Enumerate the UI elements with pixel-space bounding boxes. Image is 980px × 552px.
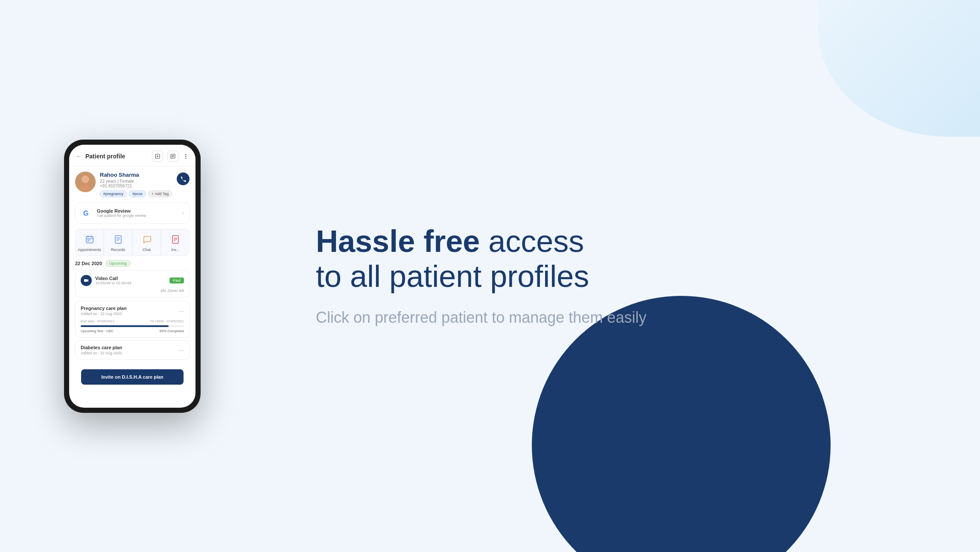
review-title: Google Review [97, 208, 146, 213]
patient-age-gender: 22 years | Female [100, 179, 190, 184]
svg-rect-18 [115, 236, 121, 243]
upcoming-badge: Upcoming [105, 260, 131, 267]
pregnancy-care-plan-title: Pregnancy care plan [81, 306, 127, 311]
diabetes-care-plan-header: Diabetes care plan Added on : 22 Aug 202… [81, 345, 184, 355]
phone-mockup: ← Patient profile [64, 140, 201, 413]
headline-bold: Hassle free [316, 224, 480, 258]
headline: Hassle free accessto all patient profile… [316, 224, 646, 295]
subtext: Click on preferred patient to manage the… [316, 307, 646, 328]
more-options-icon[interactable]: ⋮ [183, 153, 189, 160]
diabetes-care-plan-title: Diabetes care plan [81, 345, 122, 350]
review-arrow-icon: › [182, 210, 184, 216]
pregnancy-care-more-icon[interactable]: ··· [179, 307, 184, 314]
tab-row: Appointments Records [75, 229, 190, 256]
care-plan-progress-fill [81, 325, 169, 327]
review-subtitle: Ask patient for google review [97, 213, 146, 218]
records-label: Records [111, 248, 125, 252]
left-section: ← Patient profile [0, 0, 265, 552]
patient-avatar [75, 172, 96, 192]
care-plan-test-row: Upcoming Test - CBC 85% Completed [81, 329, 184, 333]
t3-edd-label: T3 I EDD - 07/05/2021 [150, 319, 184, 323]
payment-status-badge: Paid [169, 277, 184, 283]
tab-records[interactable]: Records [104, 229, 132, 256]
google-logo-icon: G [81, 207, 93, 219]
phone-header: ← Patient profile [69, 145, 195, 166]
care-plan-progress-bar [81, 325, 184, 327]
appointments-label: Appointments [78, 248, 101, 252]
appointment-date-row: 22 Dec 2020 Upcoming [75, 260, 190, 267]
upcoming-test-label: Upcoming Test - CBC [81, 329, 114, 333]
appointment-card[interactable]: Video Call 10:00AM to 10:30AM Paid 6hr 2… [75, 270, 190, 298]
text-content: Hassle free accessto all patient profile… [316, 224, 646, 329]
phone-header-left: ← Patient profile [76, 153, 125, 160]
google-review-section[interactable]: G Google Review Ask patient for google r… [75, 202, 190, 224]
tag-pcos[interactable]: #pcos [129, 190, 146, 197]
appointment-type: Video Call [95, 276, 131, 281]
appointment-section: 22 Dec 2020 Upcoming [69, 256, 195, 298]
phone-header-icons: ⋮ [152, 151, 189, 162]
review-text: Google Review Ask patient for google rev… [97, 208, 146, 218]
appointments-icon [84, 234, 96, 245]
phone-header-title: Patient profile [85, 153, 125, 160]
add-appointment-icon[interactable] [152, 151, 163, 162]
appointment-remaining: 6hr 20min left [81, 289, 184, 293]
end-date-label: End date - 07/05/2021 [81, 319, 114, 323]
invoice-label: Inv... [171, 248, 179, 252]
appointment-card-left: Video Call 10:00AM to 10:30AM [81, 275, 131, 286]
svg-marker-27 [87, 279, 88, 282]
patient-phone: +91 8107056721 [100, 184, 190, 188]
svg-point-8 [82, 175, 89, 183]
diabetes-care-plan-added: Added on : 22 Aug 2020 [81, 351, 122, 355]
progress-percent-label: 85% Completed [160, 329, 184, 333]
svg-rect-26 [84, 279, 87, 282]
back-arrow-icon[interactable]: ← [76, 153, 82, 160]
chat-icon [141, 234, 153, 245]
patient-tags: #pregnancy #pcos + Add Tag [100, 190, 190, 197]
appointment-card-row: Video Call 10:00AM to 10:30AM Paid [81, 275, 184, 286]
call-button[interactable] [177, 172, 190, 185]
diabetes-care-plan-card[interactable]: Diabetes care plan Added on : 22 Aug 202… [75, 340, 190, 360]
diabetes-care-more-icon[interactable]: ··· [179, 347, 184, 353]
tab-chat[interactable]: Chat [132, 229, 161, 256]
tab-appointments[interactable]: Appointments [75, 229, 104, 256]
pregnancy-care-plan-header: Pregnancy care plan Added on : 22 Aug 20… [81, 306, 184, 316]
add-tag-button[interactable]: + Add Tag [148, 190, 172, 197]
records-icon[interactable] [167, 151, 178, 162]
invite-button-wrapper: Invite on D.I.S.H.A care plan [69, 366, 195, 394]
video-call-icon [81, 275, 92, 286]
svg-rect-16 [89, 239, 90, 240]
care-plan-section: Pregnancy care plan Added on : 22 Aug 20… [69, 298, 195, 366]
tag-pregnancy[interactable]: #pregnancy [100, 190, 127, 197]
patient-name: Rahoo Sharma [100, 172, 190, 178]
pregnancy-care-plan-added: Added on : 22 Aug 2020 [81, 312, 127, 316]
patient-details: Rahoo Sharma 22 years | Female +91 81070… [100, 172, 190, 197]
records-tab-icon [112, 234, 124, 245]
chat-label: Chat [143, 248, 151, 252]
pregnancy-care-plan-card[interactable]: Pregnancy care plan Added on : 22 Aug 20… [75, 301, 190, 338]
appointment-date: 22 Dec 2020 [75, 261, 102, 266]
pregnancy-care-plan-dates: End date - 07/05/2021 T3 I EDD - 07/05/2… [81, 319, 184, 323]
svg-rect-15 [88, 239, 89, 240]
tab-invoice[interactable]: Inv... [161, 229, 190, 256]
invoice-icon [169, 234, 181, 245]
right-section: Hassle free accessto all patient profile… [265, 0, 980, 552]
appointment-time: 10:00AM to 10:30AM [95, 281, 131, 285]
patient-info-section: Rahoo Sharma 22 years | Female +91 81070… [69, 166, 195, 202]
svg-rect-17 [88, 241, 89, 242]
phone-screen: ← Patient profile [69, 145, 195, 408]
invite-button[interactable]: Invite on D.I.S.H.A care plan [81, 369, 184, 385]
svg-text:G: G [83, 210, 88, 217]
